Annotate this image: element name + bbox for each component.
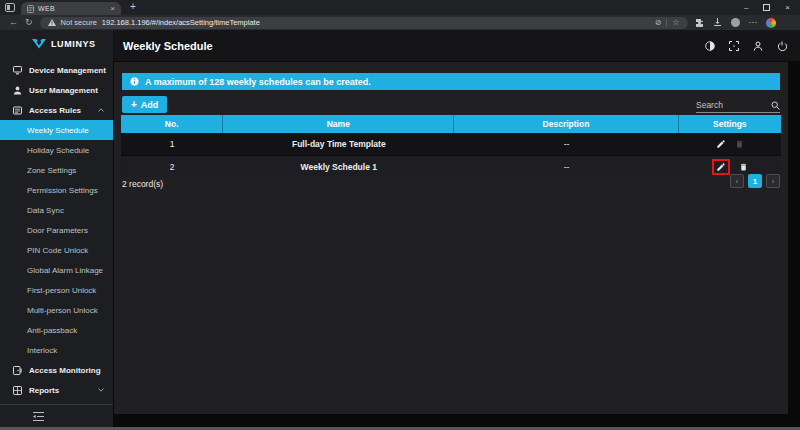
record-count: 2 record(s): [122, 179, 163, 189]
sidebar-item-anti-passback[interactable]: Anti-passback: [0, 320, 113, 340]
device-icon: [13, 66, 22, 75]
window-controls: – ×: [738, 0, 796, 15]
sidebar-item-device-management[interactable]: Device Management: [0, 60, 113, 80]
sidebar-item-door-parameters[interactable]: Door Parameters: [0, 220, 113, 240]
tab-overview-icon[interactable]: [5, 3, 15, 12]
sidebar-item-holiday-schedule[interactable]: Holiday Schedule: [0, 140, 113, 160]
browser-url-bar: ← ↻ Not secure 192.168.1.196/#/index/acs…: [0, 15, 800, 30]
reports-icon: [13, 386, 22, 395]
info-icon: [130, 77, 139, 86]
search-box: [696, 98, 780, 113]
column-header-description: Description: [454, 115, 678, 133]
sidebar-footer: [0, 404, 113, 427]
browser-tab-bar: WEB × + – ×: [0, 0, 800, 15]
access-rules-icon: [13, 106, 22, 115]
power-icon[interactable]: [777, 41, 787, 51]
sidebar-item-access-monitoring[interactable]: Access Monitoring: [0, 360, 113, 380]
tab-title: WEB: [38, 5, 106, 12]
sidebar-item-data-sync[interactable]: Data Sync: [0, 200, 113, 220]
luminys-logo-icon: [32, 39, 46, 49]
schedule-table: No. Name Description Settings 1 Full-day…: [121, 115, 781, 177]
info-banner: A maximum of 128 weekly schedules can be…: [122, 73, 780, 90]
chevron-down-icon[interactable]: [98, 388, 104, 392]
profile-avatar[interactable]: [731, 18, 740, 27]
fullscreen-icon[interactable]: [729, 41, 739, 51]
cell-no: 1: [121, 133, 223, 155]
blocked-content-icon[interactable]: ⊘: [655, 19, 662, 27]
logo: LUMINYS: [0, 30, 113, 58]
chevron-up-icon[interactable]: [98, 108, 104, 112]
user-account-icon[interactable]: [753, 41, 763, 51]
window-maximize-button[interactable]: [763, 4, 770, 11]
browser-menu-icon[interactable]: ⋯: [749, 18, 758, 27]
page-title: Weekly Schedule: [113, 40, 213, 52]
cell-settings: [679, 133, 781, 155]
sidebar-item-pin-code-unlock[interactable]: PIN Code Unlock: [0, 240, 113, 260]
banner-text: A maximum of 128 weekly schedules can be…: [145, 77, 371, 87]
sidebar-item-access-rules[interactable]: Access Rules: [0, 100, 113, 120]
column-header-settings: Settings: [679, 115, 781, 133]
warning-triangle-icon: [48, 19, 56, 26]
sidebar-item-label: User Management: [29, 86, 98, 95]
plus-icon: +: [131, 100, 137, 110]
sidebar-item-permission-settings[interactable]: Permission Settings: [0, 180, 113, 200]
window-minimize-button[interactable]: –: [744, 4, 748, 12]
browser-tab[interactable]: WEB ×: [21, 2, 121, 15]
add-button-label: Add: [141, 100, 159, 110]
cell-name: Full-day Time Template: [223, 133, 454, 155]
column-header-name: Name: [223, 115, 454, 133]
back-icon[interactable]: ←: [9, 18, 18, 27]
sidebar-menu: Device Management User Management Access…: [0, 58, 113, 400]
cell-description: --: [454, 133, 678, 155]
new-tab-button[interactable]: +: [130, 1, 136, 12]
theme-icon[interactable]: [705, 41, 715, 51]
pagination: ‹ 1 ›: [730, 174, 780, 188]
bookmark-star-icon[interactable]: ☆: [672, 19, 679, 27]
prev-page-button[interactable]: ‹: [730, 174, 744, 188]
cell-no: 2: [121, 156, 223, 177]
sidebar: LUMINYS Device Management User Managemen…: [0, 30, 113, 427]
content-panel: A maximum of 128 weekly schedules can be…: [114, 62, 788, 414]
next-page-button[interactable]: ›: [766, 174, 780, 188]
url-text[interactable]: 192.168.1.196/#/index/acsSetting/timeTem…: [102, 18, 650, 27]
sidebar-item-label: Device Management: [29, 66, 106, 75]
window-close-button[interactable]: ×: [785, 4, 790, 12]
download-icon[interactable]: [713, 18, 722, 27]
address-bar[interactable]: Not secure 192.168.1.196/#/index/acsSett…: [40, 17, 688, 29]
cell-description: --: [454, 156, 678, 177]
cell-name: Weekly Schedule 1: [223, 156, 454, 177]
extensions-icon[interactable]: [695, 18, 704, 27]
column-header-no: No.: [121, 115, 223, 133]
user-icon: [13, 86, 22, 95]
browser-toolbar-icons: ⋯: [695, 18, 777, 28]
logo-text: LUMINYS: [51, 39, 96, 49]
sidebar-item-first-person-unlock[interactable]: First-person Unlock: [0, 280, 113, 300]
tab-close-icon[interactable]: ×: [110, 5, 115, 13]
delete-icon[interactable]: [739, 162, 748, 172]
sidebar-item-user-management[interactable]: User Management: [0, 80, 113, 100]
not-secure-label[interactable]: Not secure: [61, 18, 97, 27]
sidebar-item-multi-person-unlock[interactable]: Multi-person Unlock: [0, 300, 113, 320]
sidebar-item-zone-settings[interactable]: Zone Settings: [0, 160, 113, 180]
sidebar-item-label: Access Rules: [29, 106, 81, 115]
sidebar-item-label: Reports: [29, 386, 59, 395]
table-header: No. Name Description Settings: [121, 115, 781, 133]
sidebar-item-weekly-schedule[interactable]: Weekly Schedule: [0, 120, 113, 140]
table-row: 1 Full-day Time Template --: [121, 133, 781, 155]
current-page-button[interactable]: 1: [748, 174, 762, 188]
add-button[interactable]: + Add: [122, 96, 167, 113]
tab-favicon: [27, 5, 34, 13]
divider: [666, 19, 667, 27]
profile-badge-icon[interactable]: [766, 18, 776, 28]
sidebar-item-interlock[interactable]: Interlock: [0, 340, 113, 360]
sidebar-item-label: Access Monitoring: [29, 366, 101, 375]
collapse-sidebar-icon[interactable]: [33, 412, 44, 421]
table-row: 2 Weekly Schedule 1 --: [121, 155, 781, 177]
search-input[interactable]: [696, 100, 768, 110]
search-icon[interactable]: [771, 101, 780, 110]
sidebar-item-reports[interactable]: Reports: [0, 380, 113, 400]
edit-icon[interactable]: [716, 162, 726, 172]
edit-icon[interactable]: [716, 139, 726, 149]
sidebar-item-global-alarm-linkage[interactable]: Global Alarm Linkage: [0, 260, 113, 280]
reload-icon[interactable]: ↻: [25, 18, 33, 27]
